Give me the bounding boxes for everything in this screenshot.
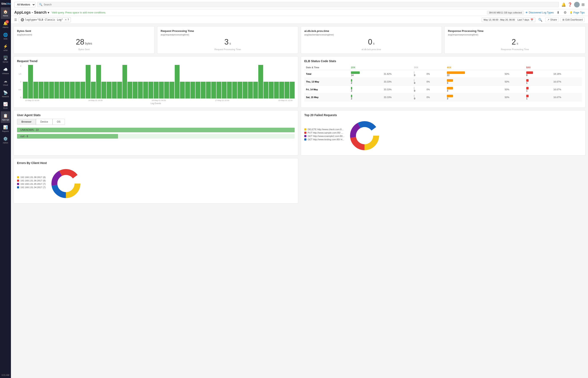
trend-bar-19 (122, 65, 127, 98)
sidebar-label-apm: APM (3, 49, 8, 52)
row-5xx-count: 1 (525, 78, 552, 86)
metric-card-3: Response Processing Time avg(responsepro… (444, 26, 586, 54)
app-logo[interactable]: Site24x7 (0, 0, 11, 7)
sidebar-item-applogs[interactable]: 📋 AppLogs (1, 111, 10, 123)
sidebar-label-home: Home (3, 15, 8, 17)
sidebar-label-reports: Reports (2, 130, 9, 132)
errors-by-host-card: Errors By Client Host 192.168.131.38:281… (13, 158, 298, 203)
col-5xx: 5XX (525, 65, 582, 70)
icon-reports: 📊 (3, 125, 8, 130)
ua-tab-browser[interactable]: Browser (17, 119, 36, 125)
filter-chip[interactable]: 🔘 logtype="ELB Classic Log" ✕ ? (19, 17, 71, 22)
trend-bar-9 (70, 82, 75, 98)
row-3xx-count: 0 (412, 78, 425, 86)
row-2xx-count: 2 (349, 86, 382, 94)
trend-bar-14 (96, 65, 101, 98)
trend-bar-30 (180, 82, 185, 98)
trend-bar-8 (65, 82, 69, 98)
elb-status-card: ELB Status Code Stats Date & Time 2XX 3X… (301, 56, 586, 108)
settings-icon-button[interactable]: ⚙ (562, 10, 568, 15)
trend-bar-50 (284, 82, 289, 98)
trend-bar-15 (101, 82, 106, 98)
sidebar-item-admin[interactable]: ⚙️ Admin (1, 135, 10, 146)
trend-bar-26 (159, 82, 164, 98)
host-legend-item-2: 192.168.131.35:2817 (7) (17, 183, 46, 185)
grid-icon[interactable]: ⊞ (581, 2, 585, 7)
last-row: Errors By Client Host 192.168.131.38:281… (13, 158, 586, 203)
search-filter-button[interactable]: 🔍 (537, 17, 544, 22)
icon-network: 📡 (3, 90, 8, 95)
trend-chart-bars (23, 65, 295, 98)
monitor-select[interactable]: All Monitors (14, 2, 36, 7)
trend-bar-4 (44, 82, 49, 98)
page-tips-button[interactable]: 💡 Page Tips (570, 11, 585, 14)
sidebar-item-web[interactable]: 🌐 Web (1, 30, 10, 42)
edit-dashboard-button[interactable]: ⊞ Edit Dashboard (561, 17, 585, 22)
metric-label-0: Bytes Sent (17, 48, 151, 51)
sidebar-item-reports[interactable]: 📊 Reports (1, 123, 10, 135)
trend-bar-29 (175, 65, 180, 98)
filter-help-icon[interactable]: ? (68, 18, 69, 21)
trend-bar-32 (190, 82, 195, 98)
host-legend-list: 192.168.131.38:2817 (8)192.168.131.36:28… (17, 176, 46, 189)
row-3xx-pct: 0% (425, 86, 445, 94)
sidebar-label-applogs: AppLogs (2, 119, 9, 121)
search-input[interactable] (44, 3, 557, 6)
legend-dot-3 (304, 138, 306, 140)
filter-toggle-button[interactable]: ☰ (14, 18, 17, 21)
metric-title-1: Request Processing Time (161, 29, 295, 33)
elb-row-0: Total 14 31.82% 0 0% 22 50% 8 18.18% (304, 70, 582, 78)
ua-title: User Agent Stats (17, 113, 295, 117)
row-2xx-pct: 33.33% (382, 86, 413, 94)
host-dot-0 (17, 176, 19, 178)
discovered-log-types-button[interactable]: 👁 Discovered Log Types (525, 11, 554, 14)
help-button[interactable]: ❓ (568, 2, 572, 7)
search-group: All Monitors 🔍 (14, 2, 559, 7)
avatar[interactable] (574, 2, 580, 8)
trend-bar-10 (75, 82, 80, 98)
sidebar-item-home[interactable]: 🏠 Home (1, 7, 10, 19)
row-4xx-pct: 50% (503, 94, 525, 101)
failed-legend-list: DELETE http://www.check.com:8...PUT http… (304, 128, 344, 141)
download-icon-button[interactable]: ⬇ (555, 10, 561, 15)
failed-legend-item-0: DELETE http://www.check.com:8... (304, 128, 344, 131)
row-3xx-count: 0 (412, 86, 425, 94)
trend-bar-31 (185, 82, 190, 98)
trend-bar-39 (227, 82, 232, 98)
date-range-picker[interactable]: May 13, 06:00 - May 20, 06:00 Last 7 day… (482, 18, 535, 22)
sidebar-item-cloud[interactable]: ☁ Cloud (1, 77, 10, 88)
ua-tab-device[interactable]: Device (36, 119, 53, 125)
elb-status-title: ELB Status Code Stats (304, 59, 582, 63)
search-bar[interactable]: 🔍 (37, 2, 559, 7)
legend-dot-2 (304, 135, 306, 137)
trend-bar-27 (164, 82, 169, 98)
metric-title-0: Bytes Sent (17, 29, 151, 33)
sidebar-item-network[interactable]: 📡 Network (1, 88, 10, 100)
sidebar-item-server[interactable]: 🖥️ Server (1, 54, 10, 65)
y-axis-title: Log Events (17, 102, 295, 105)
sidebar-item-apm[interactable]: ⚡ APM (1, 42, 10, 54)
notification-bell-button[interactable]: 🔔 (561, 2, 566, 7)
trend-bar-24 (148, 82, 153, 98)
request-trend-title: Request Trend (17, 59, 295, 63)
icon-applogs: 📋 (3, 113, 8, 118)
metric-card-2: al.db.bck.pros.time avg(backendprocessin… (301, 26, 442, 54)
empty-placeholder (301, 158, 586, 203)
sidebar-time: 6:01 AM (2, 374, 10, 378)
sidebar-label-vmware: VMware (2, 72, 9, 75)
sidebar-item-vmware[interactable]: ☁️ VMware (1, 65, 10, 77)
y-axis: 2 1.5 1 0.5 0 (17, 65, 21, 98)
row-4xx-count: 3 (445, 94, 503, 101)
filter-clear-icon[interactable]: ✕ (65, 18, 67, 21)
share-button[interactable]: ↗ Share (545, 17, 559, 22)
ua-tab-os[interactable]: OS (53, 119, 65, 125)
sidebar-item-alarms[interactable]: 31 🔔 Alarms (1, 19, 10, 30)
logo-site: Site (1, 2, 6, 5)
trend-bar-33 (196, 82, 200, 98)
sidebar-item-rum[interactable]: 📈 RUM (1, 100, 10, 111)
topbar: All Monitors 🔍 🔔 ❓ ⊞ (11, 0, 588, 9)
trend-bar-6 (54, 82, 59, 98)
trend-bar-35 (206, 82, 211, 98)
page-title-dropdown[interactable]: ▾ (48, 11, 49, 14)
filter-bar: ☰ 🔘 logtype="ELB Classic Log" ✕ ? May 13… (11, 16, 588, 24)
